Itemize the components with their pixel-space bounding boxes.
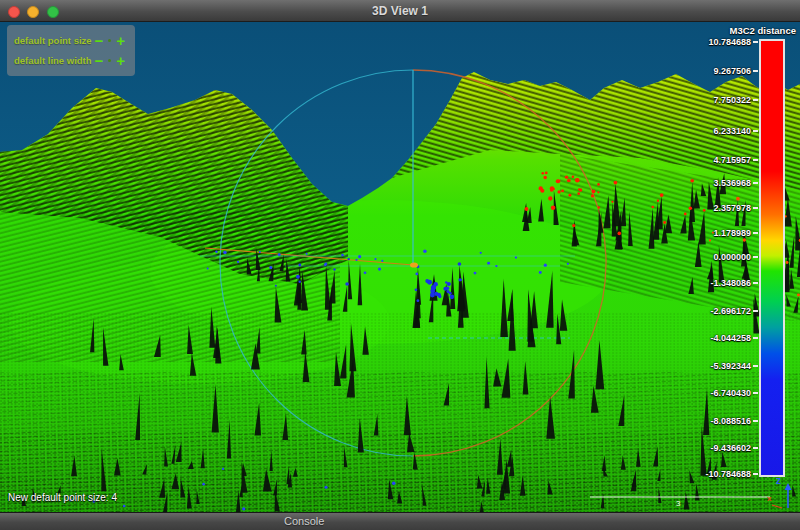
window-titlebar: 3D View 1 xyxy=(0,0,800,22)
decrease-point-size-button[interactable]: − xyxy=(92,33,107,48)
increase-point-size-button[interactable]: + xyxy=(113,33,128,48)
separator-dot xyxy=(108,39,111,42)
scale-ruler-label: 3 xyxy=(676,499,681,508)
decrease-line-width-button[interactable]: − xyxy=(92,53,107,68)
point-size-row: default point size − + xyxy=(14,30,128,50)
x-axis-label: x xyxy=(767,494,772,503)
console-title: Console xyxy=(284,515,324,527)
colorbar-title: M3C2 distance xyxy=(729,25,796,36)
line-width-label: default line width xyxy=(14,55,92,66)
line-width-row: default line width − + xyxy=(14,50,128,70)
window-title: 3D View 1 xyxy=(0,4,800,18)
colorbar-ramp xyxy=(759,39,785,477)
console-panel-titlebar: Console xyxy=(0,512,800,530)
increase-line-width-button[interactable]: + xyxy=(113,53,128,68)
separator-dot xyxy=(108,59,111,62)
point-size-label: default point size xyxy=(14,35,92,46)
pick-marker xyxy=(410,262,418,267)
status-message: New default point size: 4 xyxy=(8,492,117,503)
point-cloud-scene: 3 z x xyxy=(0,22,800,512)
hot-zone-panel: default point size − + default line widt… xyxy=(7,25,135,76)
viewport-3d[interactable]: 3 z x xyxy=(0,22,800,512)
